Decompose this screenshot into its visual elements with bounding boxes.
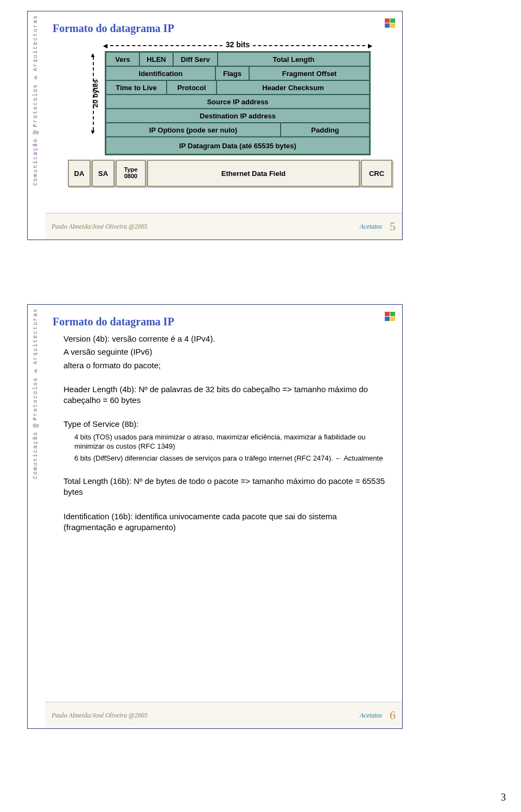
body-tos: Type of Service (8b): — [63, 419, 391, 430]
sidebar-line: de — [33, 424, 39, 430]
footer-page: 6 — [390, 708, 396, 722]
ip-field-checksum: Header Checksum — [217, 80, 370, 95]
body-tos-a: 4 bits (TOS) usados para minimizar o atr… — [63, 432, 391, 451]
bits-label: 32 bits — [223, 40, 253, 49]
ip-field-dst-ip: Destination IP address — [106, 109, 370, 123]
ip-field-protocol: Protocol — [167, 80, 217, 95]
slide-sidebar: Arquitecturas e Protocolos de Comunicaçã… — [28, 11, 44, 240]
slide-footer: Paulo Almeida/José Oliveira @2005 Acetat… — [45, 213, 402, 240]
sidebar-line: Protocolos — [33, 377, 39, 420]
eth-da: DA — [68, 160, 91, 187]
sidebar-line: de — [33, 130, 39, 136]
ip-field-hlen: HLEN — [139, 52, 173, 66]
ip-header-diagram: ◄ 32 bits ► ▲ 20 bytes ▼ Vers HLEN Diff … — [67, 41, 371, 155]
ip-field-total-length: Total Length — [218, 52, 370, 66]
body-tlen: Total Length (16b): Nº de bytes de todo … — [63, 476, 391, 498]
ip-field-src-ip: Source IP address — [106, 95, 370, 109]
sidebar-sep: e — [34, 75, 37, 81]
eth-type: Type 0800 — [116, 160, 146, 187]
ip-field-identification: Identification — [106, 66, 215, 80]
page-number: 3 — [501, 792, 506, 803]
ip-field-fragment-offset: Fragment Offset — [249, 66, 370, 80]
bytes-label: 20 bytes — [91, 79, 99, 108]
footer-page: 5 — [390, 219, 396, 234]
arrow-down-icon: ▼ — [90, 128, 96, 136]
eth-sa: SA — [92, 160, 115, 187]
ip-field-data: IP Datagram Data (até 65535 bytes) — [106, 137, 370, 154]
body-version: Version (4b): versão corrente é a 4 (IPv… — [63, 333, 391, 344]
ethernet-frame: DA SA Type 0800 Ethernet Data Field CRC — [68, 160, 393, 187]
body-hlen: Header Length (4b): Nº de palavras de 32… — [63, 384, 391, 406]
footer-author: Paulo Almeida/José Oliveira @2005 — [52, 712, 148, 720]
sidebar-line: Arquitecturas — [33, 15, 39, 71]
body-ident: Identification (16b): identifica univoca… — [63, 511, 391, 533]
slide-sidebar: Arquitecturas e Protocolos de Comunicaçã… — [28, 305, 44, 728]
footer-acetatos: Acetatos — [360, 223, 382, 231]
sidebar-line: Comunicação — [33, 138, 39, 186]
slide-5: Arquitecturas e Protocolos de Comunicaçã… — [27, 11, 403, 240]
footer-author: Paulo Almeida/José Oliveira @2005 — [52, 223, 148, 231]
eth-data: Ethernet Data Field — [147, 160, 360, 187]
arrow-left-icon: ◄ — [101, 41, 109, 50]
sidebar-line: Comunicação — [33, 431, 39, 479]
sidebar-line: Protocolos — [33, 84, 39, 127]
body-version2: A versão seguinte (IPv6) — [63, 347, 391, 357]
slide-footer: Paulo Almeida/José Oliveira @2005 Acetat… — [45, 702, 402, 728]
ip-field-flags: Flags — [215, 66, 249, 80]
arrow-right-icon: ► — [366, 41, 374, 50]
slide-title: Formato do datagrama IP — [45, 305, 402, 331]
footer-acetatos: Acetatos — [360, 712, 382, 720]
ip-field-options: IP Options (pode ser nulo) — [106, 123, 281, 137]
slide-6: Arquitecturas e Protocolos de Comunicaçã… — [27, 304, 403, 729]
ip-field-vers: Vers — [106, 52, 139, 66]
body-tos-b: 6 bits (DiffServ) diferenciar classes de… — [63, 454, 391, 463]
eth-crc: CRC — [361, 160, 392, 187]
ip-field-ttl: Time to Live — [106, 80, 167, 95]
sidebar-sep: e — [34, 369, 37, 375]
slide-title: Formato do datagrama IP — [45, 11, 402, 38]
ip-field-diffserv: Diff Serv — [173, 52, 218, 66]
eth-type-value: 0800 — [124, 173, 137, 180]
ip-field-padding: Padding — [281, 123, 370, 137]
sidebar-line: Arquitecturas — [33, 308, 39, 364]
body-version3: altera o formato do pacote; — [63, 360, 391, 371]
